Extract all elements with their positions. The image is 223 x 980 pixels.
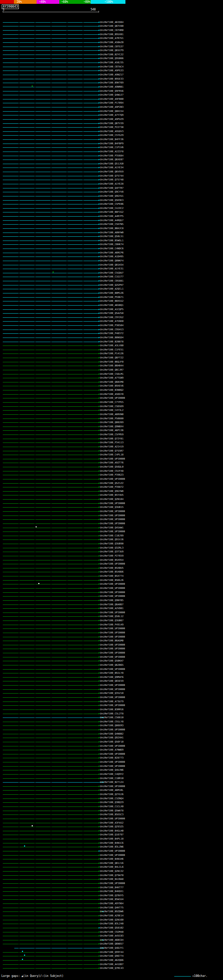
- hit-row[interactable]: UniRef100_UPI0000: [0, 853, 223, 857]
- hit-row[interactable]: UniRef100_UPI0000: [0, 514, 223, 518]
- hit-row[interactable]: UniRef100_B8NGD4: [0, 336, 223, 340]
- hit-row[interactable]: UniRef100_B6AGM0: [0, 639, 223, 643]
- hit-row[interactable]: UniRef100_A5BJ35: [0, 60, 223, 65]
- hit-row[interactable]: UniRef100_B28773: [0, 756, 223, 760]
- hit-row[interactable]: UniRef100_UPI0000: [0, 647, 223, 651]
- hit-row[interactable]: UniRef100_UPI0000: [0, 744, 223, 748]
- hit-row[interactable]: UniRef100_UPI0000: [0, 655, 223, 659]
- hit-row[interactable]: UniRef100_C3ZNQ4: [0, 797, 223, 800]
- hit-row[interactable]: UniRef100_B3LZN6: [0, 845, 223, 849]
- hit-row[interactable]: UniRef100_B5DGJ6: [0, 578, 223, 582]
- hit-row[interactable]: UniRef100_A29E14: [0, 913, 223, 918]
- hit-row[interactable]: UniRef100_Q6FT22: [0, 356, 223, 360]
- hit-row[interactable]: UniRef100_B9XEV6: [0, 384, 223, 388]
- hit-row[interactable]: UniRef100_Q6TV80: [0, 24, 223, 29]
- hit-row[interactable]: UniRef100_UPI0000: [0, 590, 223, 595]
- hit-row[interactable]: UniRef100_Q9CYV8: [0, 190, 223, 194]
- hit-row[interactable]: UniRef100_C1P1V6: [0, 146, 223, 150]
- hit-row[interactable]: UniRef100_C92M40: [0, 930, 223, 934]
- hit-row[interactable]: UniRef100_Q6CJR7: [0, 368, 223, 372]
- hit-row[interactable]: UniRef100_Q58L12: [0, 615, 223, 619]
- hit-row[interactable]: UniRef100_Q6BIM8: [0, 380, 223, 384]
- hit-row[interactable]: UniRef100_B4KDX1: [0, 889, 223, 893]
- hit-row[interactable]: UniRef100_P39623: [0, 473, 223, 477]
- hit-row[interactable]: UniRef100_C5DLM1: [0, 372, 223, 376]
- hit-row[interactable]: UniRef100_UPI0000: [0, 784, 223, 788]
- hit-row[interactable]: UniRef100_Q6ZB65: [0, 663, 223, 667]
- hit-row[interactable]: UniRef100_UPI0000: [0, 849, 223, 853]
- hit-row[interactable]: UniRef100_Q8NKF4: [0, 259, 223, 263]
- hit-row[interactable]: UniRef100_B5X774: [0, 574, 223, 578]
- hit-row[interactable]: UniRef100_UPI0000: [0, 594, 223, 598]
- hit-row[interactable]: UniRef100_UPI0000: [0, 517, 223, 522]
- hit-row[interactable]: UniRef100_B4FBP9: [0, 142, 223, 146]
- hit-row[interactable]: UniRef100_A6ID84: [0, 20, 223, 24]
- hit-row[interactable]: UniRef100_B6H044: [0, 364, 223, 368]
- hit-row[interactable]: UniRef100_A9FB80: [0, 97, 223, 101]
- hit-row[interactable]: UniRef100_C1CLX0: [0, 805, 223, 808]
- hit-row[interactable]: UniRef100_Q6A0D7: [0, 603, 223, 607]
- hit-row[interactable]: UniRef100_Q4DJY1: [0, 946, 223, 950]
- hit-row[interactable]: UniRef100_Q5BKH7: [0, 659, 223, 663]
- hit-row[interactable]: UniRef100_A73U79: [0, 700, 223, 704]
- hit-row[interactable]: UniRef100_Q6XEB7: [0, 158, 223, 162]
- hit-row[interactable]: UniRef100_A9NZ17: [0, 73, 223, 77]
- hit-row[interactable]: UniRef100_B4N1C6: [0, 841, 223, 845]
- hit-row[interactable]: UniRef100_Q58102: [0, 926, 223, 930]
- hit-row[interactable]: UniRef100_A6M1BL: [0, 788, 223, 792]
- hit-row[interactable]: UniRef100_B8FIG2: [0, 210, 223, 215]
- hit-row[interactable]: UniRef100_Q9GYW8: [0, 489, 223, 493]
- hit-row[interactable]: UniRef100_A6ZQ66: [0, 958, 223, 962]
- hit-row[interactable]: UniRef100_A1DH95: [0, 255, 223, 259]
- hit-row[interactable]: UniRef100_Q3UB67: [0, 619, 223, 623]
- hit-row[interactable]: UniRef100_Q72Y81: [0, 437, 223, 441]
- hit-row[interactable]: UniRef100_C4NDC6: [0, 247, 223, 251]
- hit-row[interactable]: UniRef100_A45C03: [0, 934, 223, 938]
- hit-row[interactable]: UniRef100_Q5Z1Z2: [0, 481, 223, 485]
- hit-row[interactable]: UniRef100_Q00269: [0, 420, 223, 425]
- hit-row[interactable]: UniRef100_Q2N160: [0, 918, 223, 922]
- hit-row[interactable]: UniRef100_UPI0000: [0, 764, 223, 768]
- hit-row[interactable]: UniRef100_Q3ZRL3: [0, 546, 223, 550]
- hit-row[interactable]: UniRef100_P14126: [0, 352, 223, 356]
- hit-row[interactable]: UniRef100_A2ZIF8: [0, 150, 223, 154]
- hit-row[interactable]: UniRef100_B2YC22: [0, 52, 223, 57]
- hit-row[interactable]: UniRef100_B4J0A8: [0, 877, 223, 881]
- hit-row[interactable]: UniRef100_B9JLY8: [0, 671, 223, 675]
- hit-row[interactable]: UniRef100_C9SH13: [0, 328, 223, 332]
- hit-row[interactable]: UniRef100_C1FE51: [0, 348, 223, 352]
- hit-row[interactable]: UniRef100_A7R7U1: [0, 37, 223, 41]
- hit-row[interactable]: UniRef100_A9NRB1: [0, 85, 223, 89]
- hit-row[interactable]: UniRef100_A9Y964: [0, 901, 223, 905]
- hit-row[interactable]: UniRef100_UPI0000: [0, 643, 223, 647]
- hit-row[interactable]: UniRef100_UPI0000: [0, 635, 223, 639]
- hit-row[interactable]: UniRef100_C9JFX8: [0, 469, 223, 473]
- hit-row[interactable]: UniRef100_A9SDV3: [0, 129, 223, 134]
- hit-row[interactable]: UniRef100_P34113: [0, 441, 223, 445]
- hit-row[interactable]: UniRef100_Q9SB66: [0, 57, 223, 61]
- hit-row[interactable]: UniRef100_Q29UY5: [0, 893, 223, 897]
- hit-row[interactable]: UniRef100_Q293Z5: [0, 825, 223, 829]
- hit-row[interactable]: UniRef100_Q96774: [0, 954, 223, 958]
- hit-row[interactable]: UniRef100_A5BAZ0: [0, 40, 223, 45]
- hit-row[interactable]: UniRef100_UPI0000: [0, 586, 223, 590]
- hit-row[interactable]: UniRef100_A2I419: [0, 445, 223, 449]
- hit-row[interactable]: UniRef100_C1G1T7: [0, 275, 223, 279]
- hit-row[interactable]: UniRef100_Q6N857: [0, 942, 223, 946]
- hit-row[interactable]: UniRef100_C1BJ99: [0, 534, 223, 538]
- hit-row[interactable]: UniRef100_Q86ER3: [0, 724, 223, 728]
- hit-row[interactable]: UniRef100_B5Y4U5: [0, 493, 223, 498]
- hit-row[interactable]: UniRef100_B5X0D6: [0, 570, 223, 574]
- hit-row[interactable]: UniRef100_C4Y3L2: [0, 408, 223, 412]
- hit-row[interactable]: UniRef100_C0HK74: [0, 243, 223, 247]
- hit-row[interactable]: UniRef100_A6P136: [0, 429, 223, 433]
- hit-row[interactable]: UniRef100_C6TAC4: [0, 65, 223, 69]
- hit-row[interactable]: UniRef100_Q51JG0: [0, 162, 223, 166]
- hit-row[interactable]: UniRef100_C4JXC2: [0, 206, 223, 210]
- hit-row[interactable]: UniRef100_A4R7P5: [0, 214, 223, 218]
- hit-row[interactable]: UniRef100_C7YPE5: [0, 400, 223, 404]
- hit-row[interactable]: UniRef100_C4Q9Y2: [0, 772, 223, 776]
- hit-row[interactable]: UniRef100_C91LY8: [0, 720, 223, 724]
- hit-row[interactable]: UniRef100_Q9GYU1: [0, 194, 223, 198]
- hit-row[interactable]: UniRef100_Q3T3U9: [0, 550, 223, 554]
